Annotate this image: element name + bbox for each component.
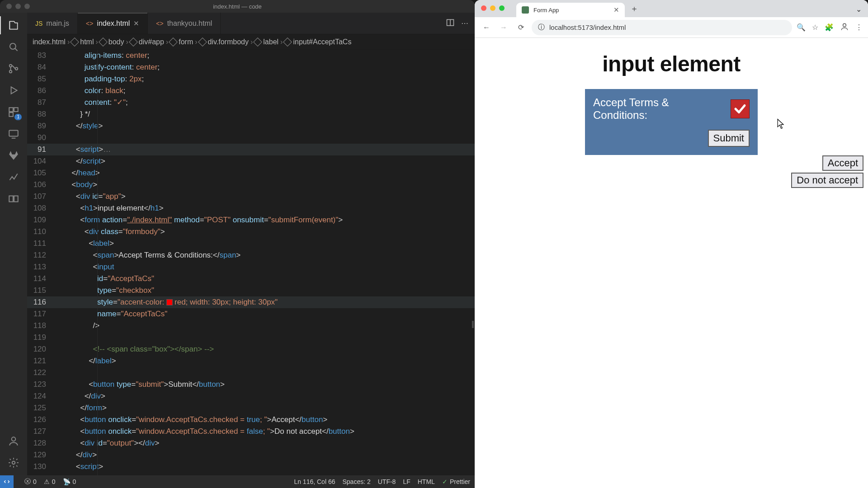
breadcrumb-item[interactable]: html: [71, 38, 94, 46]
breadcrumb-item[interactable]: input#AcceptTaCs: [284, 38, 351, 46]
code-line[interactable]: 107 <div id="app">: [27, 191, 475, 202]
browser-tab[interactable]: Form App ✕: [516, 3, 625, 17]
code-line[interactable]: 116 style="accent-color: red; width: 30p…: [27, 296, 475, 308]
explorer-icon[interactable]: [6, 18, 21, 33]
close-icon[interactable]: [6, 4, 12, 9]
code-line[interactable]: 91 <script>…›: [27, 144, 475, 155]
code-line[interactable]: 114 id="AcceptTaCs": [27, 273, 475, 285]
maximize-icon[interactable]: [24, 4, 30, 9]
status-errors[interactable]: ⓧ 0: [24, 478, 37, 486]
split-editor-icon[interactable]: [446, 18, 455, 29]
editor-tab-thankyou-html[interactable]: <>thankyou.html: [148, 13, 221, 34]
minimap[interactable]: [472, 321, 474, 328]
status-eol[interactable]: LF: [403, 478, 410, 485]
code-line[interactable]: 112 <span>Accept Terms & Conditions:</sp…: [27, 249, 475, 261]
editor-tab-index-html[interactable]: <>index.html✕: [78, 13, 148, 34]
fold-icon[interactable]: ›: [86, 144, 88, 155]
site-info-icon[interactable]: ⓘ: [538, 23, 545, 32]
graph-icon[interactable]: [6, 170, 21, 184]
breadcrumb-item[interactable]: div#app: [130, 38, 164, 46]
new-tab-icon[interactable]: ＋: [630, 3, 638, 14]
address-bar[interactable]: ⓘ localhost:5173/index.html: [532, 20, 792, 35]
code-line[interactable]: 128 <div id="output"></div>: [27, 437, 475, 449]
status-spaces[interactable]: Spaces: 2: [342, 478, 370, 485]
minimize-icon[interactable]: [15, 4, 21, 9]
debug-icon[interactable]: [6, 83, 21, 98]
code-line[interactable]: 129 </div>: [27, 449, 475, 461]
breadcrumb-item[interactable]: form: [170, 38, 193, 46]
code-line[interactable]: 89 </style>: [27, 120, 475, 132]
search-icon[interactable]: [6, 40, 21, 54]
more-icon[interactable]: ⋯: [461, 19, 468, 28]
code-line[interactable]: 111 <label>: [27, 238, 475, 249]
code-line[interactable]: 123 <button type="submit">Submit</button…: [27, 379, 475, 390]
breadcrumb-item[interactable]: index.html: [33, 38, 66, 46]
profile-icon[interactable]: [840, 22, 849, 33]
code-line[interactable]: 85 padding-top: 2px;: [27, 73, 475, 85]
code-line[interactable]: 126 <button onclick="window.AcceptTaCs.c…: [27, 414, 475, 426]
code-line[interactable]: 131 const acceptTaCsInput = document.get…: [27, 473, 475, 475]
code-line[interactable]: 117 name="AcceptTaCs": [27, 308, 475, 320]
close-tab-icon[interactable]: ✕: [133, 19, 139, 28]
breadcrumb-item[interactable]: body: [100, 38, 124, 46]
extensions-icon[interactable]: 🧩: [825, 23, 834, 32]
breadcrumb-item[interactable]: label: [255, 38, 278, 46]
accept-terms-checkbox[interactable]: [731, 99, 750, 118]
back-icon[interactable]: ←: [480, 21, 493, 34]
code-line[interactable]: 87 content: "✓";: [27, 97, 475, 108]
code-line[interactable]: 125 </form>: [27, 402, 475, 414]
status-encoding[interactable]: UTF-8: [378, 478, 396, 485]
code-line[interactable]: 115 type="checkbox": [27, 285, 475, 296]
close-tab-icon[interactable]: ✕: [613, 6, 619, 14]
tanuki-icon[interactable]: [6, 148, 21, 163]
code-line[interactable]: 84 justify-content: center;: [27, 61, 475, 73]
remote-indicator[interactable]: [0, 475, 14, 488]
breadcrumb[interactable]: index.html›html›body›div#app›form›div.fo…: [27, 34, 475, 50]
close-icon[interactable]: [481, 5, 486, 11]
remote-icon[interactable]: [6, 127, 21, 141]
code-line[interactable]: 88 } */: [27, 108, 475, 120]
extensions-icon[interactable]: 1: [6, 105, 21, 119]
code-line[interactable]: 110 <div class="formbody">: [27, 226, 475, 238]
code-line[interactable]: 109 <form action="./index.html" method="…: [27, 214, 475, 226]
code-line[interactable]: 120 <!-- <span class="box"></span> -->: [27, 343, 475, 355]
code-line[interactable]: 108 <h1>input element</h1>: [27, 202, 475, 214]
status-lang[interactable]: HTML: [418, 478, 435, 485]
menu-icon[interactable]: ⋮: [855, 23, 863, 32]
code-line[interactable]: 121 </label>: [27, 355, 475, 367]
code-line[interactable]: 106 <body>: [27, 179, 475, 191]
vscode-titlebar[interactable]: index.html — code: [0, 0, 475, 13]
code-line[interactable]: 104 </script>: [27, 155, 475, 167]
maximize-icon[interactable]: [499, 5, 505, 11]
accept-button[interactable]: Accept: [822, 155, 863, 171]
code-line[interactable]: 113 <input: [27, 261, 475, 273]
code-editor[interactable]: 83 align-items: center;84 justify-conten…: [27, 50, 475, 475]
editor-tab-main-js[interactable]: JSmain.js: [27, 13, 78, 34]
bookmark-icon[interactable]: ☆: [812, 23, 818, 32]
code-line[interactable]: 90: [27, 132, 475, 144]
do-not-accept-button[interactable]: Do not accept: [791, 173, 863, 188]
source-control-icon[interactable]: [6, 61, 21, 76]
code-line[interactable]: 119: [27, 332, 475, 343]
code-line[interactable]: 86 color: black;: [27, 85, 475, 97]
code-line[interactable]: 122: [27, 367, 475, 379]
reload-icon[interactable]: ⟳: [514, 21, 527, 34]
status-cursor[interactable]: Ln 116, Col 66: [294, 478, 335, 485]
code-line[interactable]: 105 </head>: [27, 167, 475, 179]
status-prettier[interactable]: ✓ Prettier: [442, 478, 470, 485]
code-line[interactable]: 124 </div>: [27, 390, 475, 402]
status-warnings[interactable]: ⚠ 0: [44, 478, 56, 485]
status-ports[interactable]: 📡 0: [63, 478, 76, 485]
code-line[interactable]: 83 align-items: center;: [27, 50, 475, 61]
containers-icon[interactable]: [6, 192, 21, 206]
breadcrumb-item[interactable]: div.formbody: [199, 38, 249, 46]
tabs-dropdown-icon[interactable]: ⌄: [856, 5, 862, 14]
forward-icon[interactable]: →: [497, 21, 510, 34]
minimize-icon[interactable]: [490, 5, 495, 11]
code-line[interactable]: 127 <button onclick="window.AcceptTaCs.c…: [27, 426, 475, 437]
account-icon[interactable]: [6, 434, 21, 448]
gear-icon[interactable]: [6, 455, 21, 470]
code-line[interactable]: 130 <script>: [27, 461, 475, 473]
submit-button[interactable]: Submit: [708, 130, 750, 147]
zoom-icon[interactable]: 🔍: [797, 23, 806, 32]
